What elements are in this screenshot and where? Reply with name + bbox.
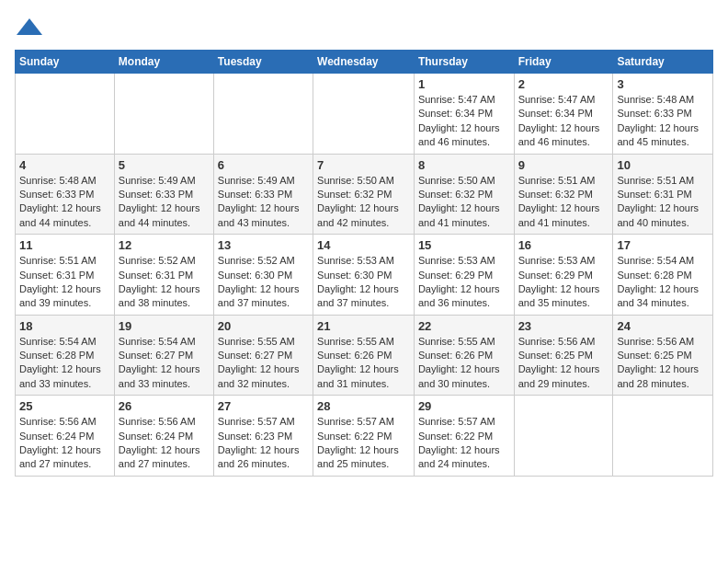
day-info: Sunset: 6:32 PM	[317, 188, 410, 201]
day-info: Sunrise: 5:50 AM	[418, 174, 510, 188]
calendar-cell: 25Sunrise: 5:56 AMSunset: 6:24 PMDayligh…	[16, 396, 115, 477]
day-info: Sunset: 6:24 PM	[19, 430, 110, 443]
logo-icon	[17, 15, 42, 40]
day-info: Sunset: 6:32 PM	[418, 188, 510, 201]
day-info: Sunset: 6:30 PM	[218, 269, 309, 282]
day-number: 5	[119, 158, 210, 172]
day-info: Sunset: 6:26 PM	[418, 349, 510, 362]
day-info: Sunset: 6:23 PM	[218, 430, 309, 443]
day-info: Sunrise: 5:53 AM	[418, 254, 510, 268]
day-info: Sunrise: 5:56 AM	[19, 415, 110, 429]
calendar-cell	[16, 74, 115, 155]
day-info: Sunset: 6:32 PM	[518, 188, 609, 201]
day-number: 3	[617, 77, 709, 91]
day-number: 8	[418, 158, 510, 172]
day-info: Sunrise: 5:51 AM	[518, 174, 609, 188]
day-number: 23	[518, 319, 609, 333]
day-number: 18	[19, 319, 110, 333]
day-info: Sunset: 6:27 PM	[119, 349, 210, 362]
day-info: Daylight: 12 hours and 33 minutes.	[119, 362, 210, 391]
calendar-week-row: 4Sunrise: 5:48 AMSunset: 6:33 PMDaylight…	[16, 154, 713, 235]
day-info: Daylight: 12 hours and 43 minutes.	[218, 201, 309, 230]
day-info: Daylight: 12 hours and 28 minutes.	[617, 362, 709, 391]
day-info: Daylight: 12 hours and 38 minutes.	[119, 282, 210, 311]
day-info: Sunrise: 5:57 AM	[317, 415, 410, 429]
calendar-cell: 13Sunrise: 5:52 AMSunset: 6:30 PMDayligh…	[213, 235, 313, 316]
calendar-cell: 26Sunrise: 5:56 AMSunset: 6:24 PMDayligh…	[114, 396, 213, 477]
weekday-header: Saturday	[613, 51, 713, 74]
calendar-table: SundayMondayTuesdayWednesdayThursdayFrid…	[15, 50, 713, 477]
day-number: 19	[119, 319, 210, 333]
page-header	[15, 15, 713, 40]
weekday-header: Friday	[514, 51, 613, 74]
day-info: Daylight: 12 hours and 39 minutes.	[19, 282, 110, 311]
day-info: Sunrise: 5:57 AM	[218, 415, 309, 429]
day-info: Sunset: 6:34 PM	[418, 107, 510, 121]
calendar-cell: 8Sunrise: 5:50 AMSunset: 6:32 PMDaylight…	[414, 154, 514, 235]
day-info: Daylight: 12 hours and 41 minutes.	[418, 201, 510, 230]
day-info: Sunset: 6:31 PM	[617, 188, 709, 201]
day-number: 9	[518, 158, 609, 172]
day-info: Sunset: 6:28 PM	[19, 349, 110, 362]
day-info: Sunrise: 5:56 AM	[518, 335, 609, 349]
day-info: Sunset: 6:22 PM	[418, 430, 510, 443]
calendar-header-row: SundayMondayTuesdayWednesdayThursdayFrid…	[16, 51, 713, 74]
day-info: Daylight: 12 hours and 36 minutes.	[418, 282, 510, 311]
day-info: Daylight: 12 hours and 27 minutes.	[119, 443, 210, 472]
calendar-cell: 15Sunrise: 5:53 AMSunset: 6:29 PMDayligh…	[414, 235, 514, 316]
day-number: 11	[19, 238, 110, 252]
day-info: Daylight: 12 hours and 46 minutes.	[418, 121, 510, 150]
calendar-cell: 2Sunrise: 5:47 AMSunset: 6:34 PMDaylight…	[514, 74, 613, 155]
weekday-header: Sunday	[16, 51, 115, 74]
day-number: 13	[218, 238, 309, 252]
day-info: Sunset: 6:29 PM	[418, 269, 510, 282]
calendar-cell: 14Sunrise: 5:53 AMSunset: 6:30 PMDayligh…	[313, 235, 415, 316]
calendar-cell: 6Sunrise: 5:49 AMSunset: 6:33 PMDaylight…	[213, 154, 313, 235]
day-info: Sunrise: 5:49 AM	[119, 174, 210, 188]
calendar-cell: 20Sunrise: 5:55 AMSunset: 6:27 PMDayligh…	[213, 315, 313, 396]
day-info: Sunrise: 5:54 AM	[119, 335, 210, 349]
day-number: 2	[518, 77, 609, 91]
day-info: Sunrise: 5:53 AM	[317, 254, 410, 268]
day-info: Daylight: 12 hours and 25 minutes.	[317, 443, 410, 472]
day-info: Sunset: 6:34 PM	[518, 107, 609, 121]
day-info: Sunset: 6:26 PM	[317, 349, 410, 362]
calendar-cell: 11Sunrise: 5:51 AMSunset: 6:31 PMDayligh…	[16, 235, 115, 316]
day-info: Daylight: 12 hours and 24 minutes.	[418, 443, 510, 472]
day-number: 22	[418, 319, 510, 333]
calendar-cell: 19Sunrise: 5:54 AMSunset: 6:27 PMDayligh…	[114, 315, 213, 396]
calendar-cell: 1Sunrise: 5:47 AMSunset: 6:34 PMDaylight…	[414, 74, 514, 155]
day-info: Daylight: 12 hours and 44 minutes.	[119, 201, 210, 230]
day-info: Daylight: 12 hours and 42 minutes.	[317, 201, 410, 230]
day-info: Sunset: 6:33 PM	[119, 188, 210, 201]
calendar-cell: 23Sunrise: 5:56 AMSunset: 6:25 PMDayligh…	[514, 315, 613, 396]
day-info: Sunrise: 5:55 AM	[418, 335, 510, 349]
calendar-cell: 5Sunrise: 5:49 AMSunset: 6:33 PMDaylight…	[114, 154, 213, 235]
day-number: 29	[418, 399, 510, 413]
day-number: 4	[19, 158, 110, 172]
day-info: Daylight: 12 hours and 41 minutes.	[518, 201, 609, 230]
calendar-cell: 7Sunrise: 5:50 AMSunset: 6:32 PMDaylight…	[313, 154, 415, 235]
day-number: 24	[617, 319, 709, 333]
day-info: Sunrise: 5:48 AM	[617, 93, 709, 107]
calendar-cell: 18Sunrise: 5:54 AMSunset: 6:28 PMDayligh…	[16, 315, 115, 396]
day-number: 10	[617, 158, 709, 172]
day-info: Daylight: 12 hours and 37 minutes.	[317, 282, 410, 311]
logo	[15, 15, 42, 40]
day-info: Sunrise: 5:50 AM	[317, 174, 410, 188]
calendar-cell: 29Sunrise: 5:57 AMSunset: 6:22 PMDayligh…	[414, 396, 514, 477]
day-info: Sunrise: 5:51 AM	[617, 174, 709, 188]
calendar-cell: 4Sunrise: 5:48 AMSunset: 6:33 PMDaylight…	[16, 154, 115, 235]
calendar-cell: 22Sunrise: 5:55 AMSunset: 6:26 PMDayligh…	[414, 315, 514, 396]
calendar-cell: 24Sunrise: 5:56 AMSunset: 6:25 PMDayligh…	[613, 315, 713, 396]
calendar-cell: 9Sunrise: 5:51 AMSunset: 6:32 PMDaylight…	[514, 154, 613, 235]
day-info: Sunset: 6:30 PM	[317, 269, 410, 282]
calendar-week-row: 18Sunrise: 5:54 AMSunset: 6:28 PMDayligh…	[16, 315, 713, 396]
day-info: Sunset: 6:25 PM	[617, 349, 709, 362]
calendar-cell: 12Sunrise: 5:52 AMSunset: 6:31 PMDayligh…	[114, 235, 213, 316]
weekday-header: Monday	[114, 51, 213, 74]
calendar-week-row: 1Sunrise: 5:47 AMSunset: 6:34 PMDaylight…	[16, 74, 713, 155]
calendar-cell: 28Sunrise: 5:57 AMSunset: 6:22 PMDayligh…	[313, 396, 415, 477]
day-number: 28	[317, 399, 410, 413]
day-info: Sunset: 6:22 PM	[317, 430, 410, 443]
